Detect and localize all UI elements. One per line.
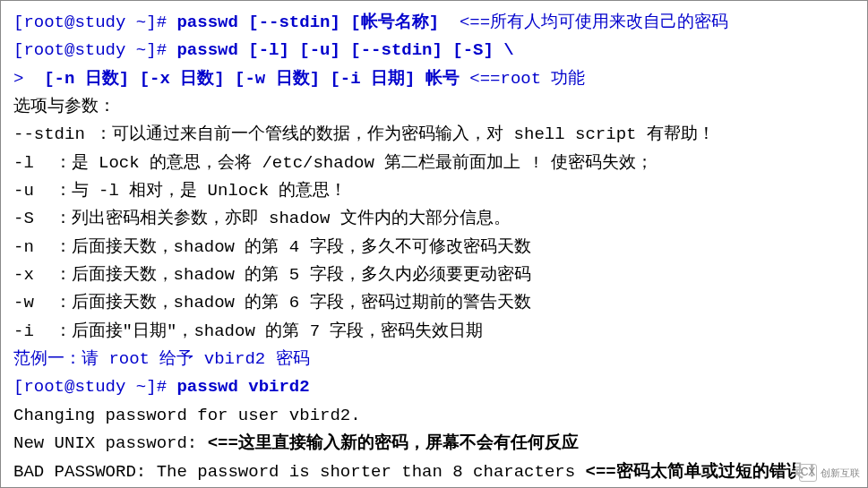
text-segment: [root@study ~]# <box>13 40 176 60</box>
watermark-icon: CX <box>799 464 817 482</box>
text-segment: -l ：是 Lock 的意思，会将 /etc/shadow 第二栏最前面加上 !… <box>13 153 653 173</box>
text-segment: <==root 功能 <box>460 69 586 89</box>
text-segment: New UNIX password: <box>13 433 208 453</box>
text-segment: passwd [-l] [-u] [--stdin] [-S] \ <box>176 40 513 60</box>
line-13: 范例一：请 root 给予 vbird2 密码 <box>13 346 855 373</box>
line-0: [root@study ~]# passwd [--stdin] [帐号名称] … <box>13 9 855 37</box>
text-segment: 范例一：请 root 给予 vbird2 密码 <box>13 349 310 369</box>
line-14: [root@study ~]# passwd vbird2 <box>13 373 855 401</box>
line-10: -w ：后面接天数，shadow 的第 6 字段，密码过期前的警告天数 <box>13 289 855 317</box>
text-segment: -w ：后面接天数，shadow 的第 6 字段，密码过期前的警告天数 <box>13 293 531 312</box>
text-segment: Changing password for user vbird2. <box>13 406 361 425</box>
line-5: -l ：是 Lock 的意思，会将 /etc/shadow 第二栏最前面加上 !… <box>13 150 855 177</box>
line-6: -u ：与 -l 相对，是 Unlock 的意思！ <box>13 177 855 205</box>
text-segment: -i ：后面接"日期"，shadow 的第 7 字段，密码失效日期 <box>13 321 483 341</box>
line-1: [root@study ~]# passwd [-l] [-u] [--stdi… <box>13 37 855 64</box>
text-segment: 选项与参数： <box>13 97 116 116</box>
watermark-text: 创新互联 <box>821 465 860 481</box>
text-segment: -S ：列出密码相关参数，亦即 shadow 文件内的大部分信息。 <box>13 209 511 228</box>
line-16: New UNIX password: <==这里直接输入新的密码，屏幕不会有任何… <box>13 430 855 458</box>
text-segment: <==密码太简单或过短的错误！ <box>586 462 821 482</box>
line-15: Changing password for user vbird2. <box>13 402 855 430</box>
text-segment: passwd vbird2 <box>176 377 309 397</box>
text-segment: BAD PASSWORD: The password is shorter th… <box>13 462 586 482</box>
text-segment: -x ：后面接天数，shadow 的第 5 字段，多久内必须要更动密码 <box>13 265 531 285</box>
text-segment: -n ：后面接天数，shadow 的第 4 字段，多久不可修改密码天数 <box>13 237 531 257</box>
terminal-content: [root@study ~]# passwd [--stdin] [帐号名称] … <box>13 9 855 488</box>
line-7: -S ：列出密码相关参数，亦即 shadow 文件内的大部分信息。 <box>13 205 855 233</box>
line-8: -n ：后面接天数，shadow 的第 4 字段，多久不可修改密码天数 <box>13 234 855 261</box>
text-segment: [root@study ~]# <box>13 13 176 32</box>
line-4: --stdin ：可以通过来自前一个管线的数据，作为密码输入，对 shell s… <box>13 121 855 149</box>
text-segment: -u ：与 -l 相对，是 Unlock 的意思！ <box>13 181 347 201</box>
text-segment: --stdin ：可以通过来自前一个管线的数据，作为密码输入，对 shell s… <box>13 124 715 144</box>
line-9: -x ：后面接天数，shadow 的第 5 字段，多久内必须要更动密码 <box>13 261 855 289</box>
line-2: > [-n 日数] [-x 日数] [-w 日数] [-i 日期] 帐号 <==… <box>13 65 855 93</box>
watermark: CX 创新互联 <box>795 462 864 484</box>
line-3: 选项与参数： <box>13 93 855 121</box>
text-segment: passwd [--stdin] [帐号名称] <box>176 13 439 32</box>
line-11: -i ：后面接"日期"，shadow 的第 7 字段，密码失效日期 <box>13 318 855 346</box>
text-segment: <==这里直接输入新的密码，屏幕不会有任何反应 <box>208 433 579 453</box>
line-17: BAD PASSWORD: The password is shorter th… <box>13 458 855 486</box>
text-segment: [-n 日数] [-x 日数] [-w 日数] [-i 日期] 帐号 <box>44 69 460 89</box>
text-segment: > <box>13 69 44 89</box>
text-segment: [root@study ~]# <box>13 377 176 397</box>
text-segment: <==所有人均可使用来改自己的密码 <box>439 13 728 32</box>
